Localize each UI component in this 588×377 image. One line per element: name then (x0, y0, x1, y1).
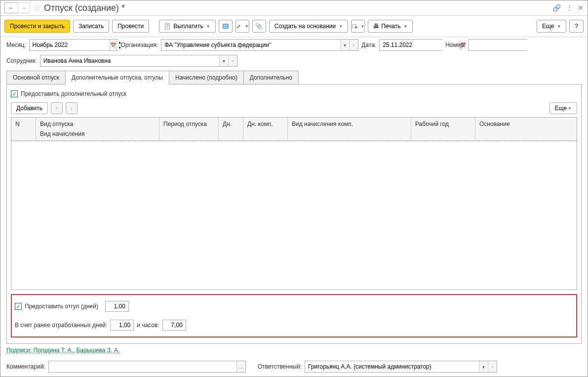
kebab-menu-icon[interactable]: ⋮ (566, 4, 573, 12)
col-days-comp: Дн. комп. (243, 118, 288, 140)
add-row-button[interactable]: Добавить (11, 102, 48, 114)
chevron-down-icon: ▾ (223, 58, 225, 64)
org-open-button[interactable]: ▫ (349, 40, 358, 50)
org-dropdown-button[interactable]: ▾ (340, 40, 349, 50)
col-comp-accrual: Вид начисления комп. (288, 118, 411, 140)
help-button[interactable]: ? (569, 20, 584, 33)
worked-hours-input[interactable] (162, 320, 186, 331)
edit-icon-button[interactable]: ▼ (235, 20, 249, 33)
responsible-input[interactable] (305, 361, 479, 372)
paperclip-icon: 📎 (255, 23, 263, 30)
create-based-on-button[interactable]: Создать на основании ▼ (269, 20, 348, 33)
hours-label: и часов: (137, 322, 159, 329)
responsible-open-button[interactable]: ▫ (488, 361, 497, 372)
nav-forward-button[interactable]: → (17, 2, 30, 13)
chevron-down-icon: ▼ (557, 24, 561, 29)
arrow-left-icon: ← (8, 4, 14, 11)
ellipsis-icon: … (238, 364, 243, 370)
provide-day-off-checkbox[interactable]: ✓ (15, 303, 22, 310)
printer-icon: 🖶 (373, 23, 379, 30)
worked-days-label: В счет ранее отработанных дней: (15, 322, 107, 329)
provide-additional-checkbox[interactable]: ✓ (11, 90, 18, 97)
employee-label: Сотрудник: (6, 57, 37, 64)
responsible-label: Ответственный: (258, 363, 302, 370)
favorite-star-icon[interactable]: ☆ (33, 2, 41, 13)
nav-back-button[interactable]: ← (4, 2, 17, 13)
calendar-icon: 📅 (110, 42, 116, 48)
move-up-button[interactable]: ↑ (51, 102, 63, 114)
provide-additional-label: Предоставить дополнительный отпуск (21, 90, 126, 97)
employee-open-button[interactable]: ▫ (228, 55, 237, 66)
list-icon-button[interactable] (219, 20, 233, 33)
open-icon: ▫ (232, 58, 234, 64)
signatures-link[interactable]: Подписи: Погодина Т. А., Барышева З. А. (0, 344, 588, 357)
chevron-down-icon: ▼ (245, 24, 249, 29)
close-icon[interactable]: ✕ (578, 4, 584, 12)
open-icon: ▫ (353, 42, 355, 48)
table-more-button[interactable]: Еще ▼ (549, 102, 577, 114)
comment-input[interactable] (49, 361, 236, 372)
more-button[interactable]: Еще ▼ (537, 20, 566, 33)
arrow-up-icon: ↑ (55, 105, 59, 112)
org-input[interactable] (161, 40, 340, 50)
sync-icon-button[interactable]: ▼ (351, 20, 365, 33)
print-button[interactable]: 🖶 Печать ▼ (368, 20, 413, 33)
month-label: Месяц: (6, 42, 26, 48)
svg-rect-0 (165, 23, 170, 29)
worked-days-input[interactable] (110, 320, 134, 331)
document-icon (164, 23, 171, 30)
open-icon: ▫ (492, 364, 494, 370)
number-input[interactable] (469, 40, 549, 50)
pencil-icon (236, 23, 242, 30)
chevron-down-icon: ▾ (344, 42, 346, 48)
responsible-dropdown-button[interactable]: ▾ (479, 361, 488, 372)
col-days: Дн. (219, 118, 243, 140)
col-vacation-type: Вид отпуска Вид начисления (36, 118, 159, 140)
col-work-year: Рабочий год (411, 118, 475, 140)
chevron-down-icon: ▼ (206, 24, 210, 29)
chevron-down-icon: ▼ (568, 106, 572, 111)
tab-main-vacation[interactable]: Основной отпуск (6, 71, 66, 84)
arrow-down-icon: ↓ (70, 105, 74, 112)
col-basis: Основание (475, 118, 577, 140)
number-label: Номер: (445, 42, 465, 48)
calendar-icon-button[interactable]: 📅 (110, 40, 116, 50)
col-period: Период отпуска (159, 118, 219, 140)
day-off-days-input[interactable] (105, 301, 129, 312)
chevron-down-icon: ▼ (339, 24, 343, 29)
provide-day-off-label: Предоставить отгул (дней) (25, 303, 98, 310)
col-n: N (11, 118, 36, 140)
day-off-section: ✓ Предоставить отгул (дней) В счет ранее… (11, 294, 577, 337)
employee-dropdown-button[interactable]: ▾ (219, 55, 228, 66)
move-down-button[interactable]: ↓ (66, 102, 78, 114)
org-label: Организация: (121, 42, 158, 48)
arrow-right-icon: → (21, 4, 27, 11)
attach-icon-button[interactable]: 📎 (252, 20, 266, 33)
employee-input[interactable] (40, 55, 219, 66)
pay-button[interactable]: Выплатить ▼ (159, 20, 215, 33)
svg-point-3 (355, 26, 357, 29)
chevron-down-icon: ▾ (482, 364, 485, 370)
list-icon (222, 23, 229, 30)
month-input[interactable] (30, 40, 110, 50)
post-button[interactable]: Провести (112, 20, 149, 33)
post-and-close-button[interactable]: Провести и закрыть (4, 20, 70, 33)
comment-label: Комментарий: (6, 363, 45, 370)
table-body-empty[interactable] (11, 141, 577, 290)
date-label: Дата: (361, 42, 376, 48)
tab-additional-vacations[interactable]: Дополнительные отпуска, отгулы (65, 71, 169, 84)
chevron-down-icon: ▼ (360, 24, 364, 29)
sync-icon (352, 23, 357, 30)
save-button[interactable]: Записать (73, 20, 109, 33)
page-title: Отпуск (создание) * (44, 3, 549, 13)
tab-accrued-detail[interactable]: Начислено (подробно) (169, 71, 244, 84)
comment-ellipsis-button[interactable]: … (236, 361, 245, 372)
chevron-down-icon: ▼ (403, 24, 407, 29)
tab-extra[interactable]: Дополнительно (243, 71, 299, 84)
link-icon[interactable]: 🔗 (552, 4, 561, 12)
